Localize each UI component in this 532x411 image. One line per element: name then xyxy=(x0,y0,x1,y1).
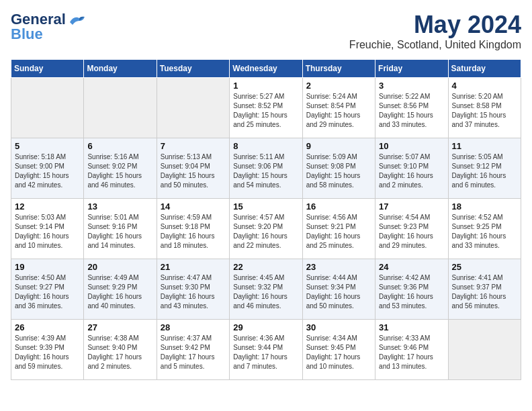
day-number: 16 xyxy=(306,201,371,212)
calendar-cell: 16Sunrise: 4:56 AMSunset: 9:21 PMDayligh… xyxy=(302,199,375,259)
day-number: 3 xyxy=(379,81,444,91)
calendar-cell: 9Sunrise: 5:09 AMSunset: 9:08 PMDaylight… xyxy=(302,138,375,199)
day-info: Sunrise: 4:39 AMSunset: 9:39 PMDaylight:… xyxy=(15,334,80,371)
calendar-cell: 6Sunrise: 5:16 AMSunset: 9:02 PMDaylight… xyxy=(84,138,157,199)
day-info: Sunrise: 4:52 AMSunset: 9:25 PMDaylight:… xyxy=(452,213,517,250)
weekday-header-wednesday: Wednesday xyxy=(230,60,302,78)
calendar-cell: 28Sunrise: 4:37 AMSunset: 9:42 PMDayligh… xyxy=(157,320,229,380)
weekday-header-tuesday: Tuesday xyxy=(157,60,229,78)
calendar-cell: 21Sunrise: 4:47 AMSunset: 9:30 PMDayligh… xyxy=(157,259,229,320)
day-number: 23 xyxy=(306,262,371,272)
day-number: 31 xyxy=(379,322,444,332)
day-number: 5 xyxy=(15,141,80,151)
day-info: Sunrise: 4:59 AMSunset: 9:18 PMDaylight:… xyxy=(161,213,226,250)
day-info: Sunrise: 5:03 AMSunset: 9:14 PMDaylight:… xyxy=(15,213,80,250)
calendar-cell xyxy=(11,78,84,138)
day-info: Sunrise: 4:42 AMSunset: 9:36 PMDaylight:… xyxy=(379,273,444,311)
day-info: Sunrise: 4:57 AMSunset: 9:20 PMDaylight:… xyxy=(233,213,298,250)
day-number: 19 xyxy=(15,262,80,272)
day-number: 4 xyxy=(452,81,517,91)
calendar-cell: 3Sunrise: 5:22 AMSunset: 8:56 PMDaylight… xyxy=(375,78,448,138)
calendar-cell: 15Sunrise: 4:57 AMSunset: 9:20 PMDayligh… xyxy=(230,199,302,259)
day-info: Sunrise: 5:22 AMSunset: 8:56 PMDaylight:… xyxy=(379,92,444,130)
day-info: Sunrise: 5:24 AMSunset: 8:54 PMDaylight:… xyxy=(306,92,371,130)
day-info: Sunrise: 5:01 AMSunset: 9:16 PMDaylight:… xyxy=(87,213,152,250)
weekday-header-monday: Monday xyxy=(84,60,157,78)
day-info: Sunrise: 5:16 AMSunset: 9:02 PMDaylight:… xyxy=(87,152,152,190)
calendar-cell: 14Sunrise: 4:59 AMSunset: 9:18 PMDayligh… xyxy=(157,199,229,259)
calendar-cell: 24Sunrise: 4:42 AMSunset: 9:36 PMDayligh… xyxy=(375,259,448,320)
day-number: 9 xyxy=(306,141,371,151)
day-info: Sunrise: 5:18 AMSunset: 9:00 PMDaylight:… xyxy=(15,152,80,190)
day-info: Sunrise: 4:45 AMSunset: 9:32 PMDaylight:… xyxy=(233,273,298,311)
logo-bird-icon xyxy=(67,13,86,26)
weekday-header-saturday: Saturday xyxy=(448,60,521,78)
day-number: 10 xyxy=(379,141,444,151)
day-number: 27 xyxy=(87,322,152,332)
day-info: Sunrise: 5:07 AMSunset: 9:10 PMDaylight:… xyxy=(379,152,444,190)
calendar-cell: 23Sunrise: 4:44 AMSunset: 9:34 PMDayligh… xyxy=(302,259,375,320)
calendar-cell: 27Sunrise: 4:38 AMSunset: 9:40 PMDayligh… xyxy=(84,320,157,380)
day-number: 25 xyxy=(452,262,517,272)
day-number: 1 xyxy=(233,81,298,91)
day-info: Sunrise: 4:44 AMSunset: 9:34 PMDaylight:… xyxy=(306,273,371,311)
day-number: 13 xyxy=(87,201,152,212)
day-info: Sunrise: 5:09 AMSunset: 9:08 PMDaylight:… xyxy=(306,152,371,190)
calendar-cell xyxy=(84,78,157,138)
logo-blue-text: Blue xyxy=(11,26,43,43)
day-info: Sunrise: 4:56 AMSunset: 9:21 PMDaylight:… xyxy=(306,213,371,250)
day-number: 20 xyxy=(87,262,152,272)
day-info: Sunrise: 5:05 AMSunset: 9:12 PMDaylight:… xyxy=(452,152,517,190)
day-number: 24 xyxy=(379,262,444,272)
calendar-cell: 17Sunrise: 4:54 AMSunset: 9:23 PMDayligh… xyxy=(375,199,448,259)
day-number: 14 xyxy=(161,201,226,212)
week-row-3: 12Sunrise: 5:03 AMSunset: 9:14 PMDayligh… xyxy=(11,199,521,259)
day-number: 15 xyxy=(233,201,298,212)
calendar-cell: 20Sunrise: 4:49 AMSunset: 9:29 PMDayligh… xyxy=(84,259,157,320)
day-number: 8 xyxy=(233,141,298,151)
calendar-cell: 4Sunrise: 5:20 AMSunset: 8:58 PMDaylight… xyxy=(448,78,521,138)
calendar-cell: 31Sunrise: 4:33 AMSunset: 9:46 PMDayligh… xyxy=(375,320,448,380)
calendar-cell: 26Sunrise: 4:39 AMSunset: 9:39 PMDayligh… xyxy=(11,320,84,380)
day-info: Sunrise: 5:27 AMSunset: 8:52 PMDaylight:… xyxy=(233,92,298,130)
calendar-cell: 19Sunrise: 4:50 AMSunset: 9:27 PMDayligh… xyxy=(11,259,84,320)
day-number: 12 xyxy=(15,201,80,212)
day-info: Sunrise: 4:36 AMSunset: 9:44 PMDaylight:… xyxy=(233,334,298,371)
calendar-cell: 18Sunrise: 4:52 AMSunset: 9:25 PMDayligh… xyxy=(448,199,521,259)
calendar-cell: 10Sunrise: 5:07 AMSunset: 9:10 PMDayligh… xyxy=(375,138,448,199)
weekday-header-friday: Friday xyxy=(375,60,448,78)
calendar-cell: 12Sunrise: 5:03 AMSunset: 9:14 PMDayligh… xyxy=(11,199,84,259)
location-subtitle: Freuchie, Scotland, United Kingdom xyxy=(349,39,521,51)
calendar-cell: 22Sunrise: 4:45 AMSunset: 9:32 PMDayligh… xyxy=(230,259,302,320)
title-area: May 2024 Freuchie, Scotland, United King… xyxy=(349,11,521,51)
day-number: 7 xyxy=(161,141,226,151)
calendar-cell: 25Sunrise: 4:41 AMSunset: 9:37 PMDayligh… xyxy=(448,259,521,320)
day-number: 17 xyxy=(379,201,444,212)
calendar-cell: 2Sunrise: 5:24 AMSunset: 8:54 PMDaylight… xyxy=(302,78,375,138)
day-info: Sunrise: 5:11 AMSunset: 9:06 PMDaylight:… xyxy=(233,152,298,190)
day-info: Sunrise: 4:33 AMSunset: 9:46 PMDaylight:… xyxy=(379,334,444,371)
week-row-4: 19Sunrise: 4:50 AMSunset: 9:27 PMDayligh… xyxy=(11,259,521,320)
calendar-cell xyxy=(448,320,521,380)
day-info: Sunrise: 5:13 AMSunset: 9:04 PMDaylight:… xyxy=(161,152,226,190)
day-info: Sunrise: 4:34 AMSunset: 9:45 PMDaylight:… xyxy=(306,334,371,371)
month-title: May 2024 xyxy=(349,11,521,39)
day-number: 22 xyxy=(233,262,298,272)
day-number: 26 xyxy=(15,322,80,332)
calendar-cell: 5Sunrise: 5:18 AMSunset: 9:00 PMDaylight… xyxy=(11,138,84,199)
week-row-2: 5Sunrise: 5:18 AMSunset: 9:00 PMDaylight… xyxy=(11,138,521,199)
day-info: Sunrise: 5:20 AMSunset: 8:58 PMDaylight:… xyxy=(452,92,517,130)
calendar-cell: 11Sunrise: 5:05 AMSunset: 9:12 PMDayligh… xyxy=(448,138,521,199)
calendar-table: SundayMondayTuesdayWednesdayThursdayFrid… xyxy=(11,59,521,380)
day-number: 18 xyxy=(452,201,517,212)
weekday-header-row: SundayMondayTuesdayWednesdayThursdayFrid… xyxy=(11,60,521,78)
week-row-1: 1Sunrise: 5:27 AMSunset: 8:52 PMDaylight… xyxy=(11,78,521,138)
day-number: 28 xyxy=(161,322,226,332)
day-number: 2 xyxy=(306,81,371,91)
day-info: Sunrise: 4:37 AMSunset: 9:42 PMDaylight:… xyxy=(161,334,226,371)
day-number: 6 xyxy=(87,141,152,151)
day-info: Sunrise: 4:47 AMSunset: 9:30 PMDaylight:… xyxy=(161,273,226,311)
calendar-cell: 13Sunrise: 5:01 AMSunset: 9:16 PMDayligh… xyxy=(84,199,157,259)
day-number: 30 xyxy=(306,322,371,332)
calendar-cell: 30Sunrise: 4:34 AMSunset: 9:45 PMDayligh… xyxy=(302,320,375,380)
